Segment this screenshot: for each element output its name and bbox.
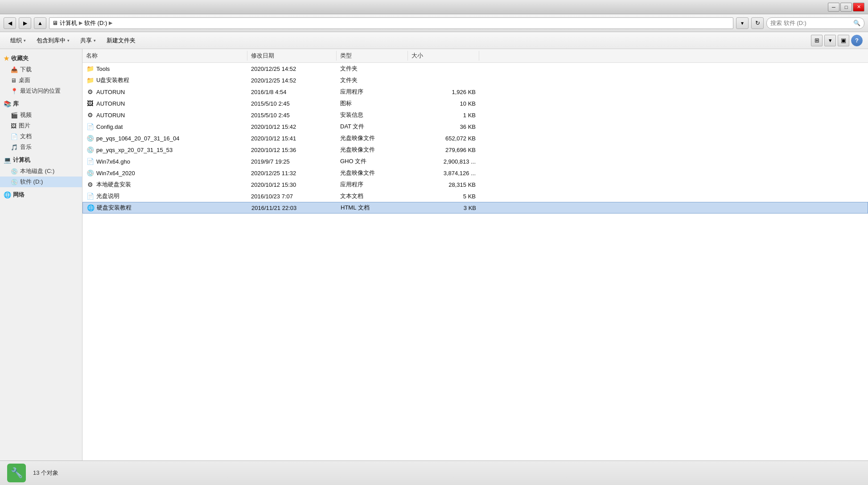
file-type-cell: 图标 — [337, 99, 408, 108]
file-size-cell: 10 KB — [408, 99, 479, 108]
desktop-icon: 🖥 — [11, 77, 16, 84]
file-name: Tools — [96, 66, 110, 72]
search-input[interactable] — [770, 20, 852, 26]
file-date: 2020/10/12 15:36 — [251, 147, 296, 153]
col-header-date[interactable]: 修改日期 — [247, 51, 337, 61]
sidebar-header-favorites: ★ 收藏夹 — [0, 53, 82, 64]
file-type-icon: 📄 — [86, 192, 94, 200]
table-row[interactable]: 🌐 硬盘安装教程 2016/11/21 22:03 HTML 文档 3 KB — [82, 202, 868, 214]
breadcrumb-icon-computer: 🖥 — [52, 20, 58, 26]
breadcrumb-computer[interactable]: 计算机 — [60, 19, 77, 27]
star-icon: ★ — [4, 55, 9, 62]
file-size-cell: 2,900,813 ... — [408, 157, 479, 166]
file-date: 2020/10/12 15:42 — [251, 123, 296, 130]
file-type: GHO 文件 — [340, 157, 366, 165]
sidebar-item-recent[interactable]: 📍 最近访问的位置 — [0, 86, 82, 96]
file-rows-container: 📁 Tools 2020/12/25 14:52 文件夹 📁 U盘安装教程 20… — [82, 63, 868, 214]
view-toggle-button[interactable]: ⊞ — [811, 35, 823, 46]
sidebar-item-video[interactable]: 🎬 视频 — [0, 110, 82, 120]
sidebar-item-music[interactable]: 🎵 音乐 — [0, 142, 82, 152]
up-button[interactable]: ▲ — [34, 17, 46, 29]
library-chevron: ▾ — [67, 38, 70, 43]
preview-button[interactable]: ▣ — [838, 35, 849, 46]
view-dropdown-button[interactable]: ▾ — [824, 35, 836, 46]
status-text: 13 个对象 — [33, 469, 58, 477]
file-name-cell: 📄 光盘说明 — [82, 191, 247, 201]
file-size: 1 KB — [463, 112, 476, 119]
share-button[interactable]: 共享 ▾ — [75, 34, 101, 47]
file-type-cell: 文件夹 — [337, 64, 408, 74]
file-type-cell: 文件夹 — [337, 75, 408, 85]
file-type-icon: 💿 — [86, 169, 94, 177]
recent-label: 最近访问的位置 — [20, 87, 61, 95]
table-row[interactable]: 📁 Tools 2020/12/25 14:52 文件夹 — [82, 63, 868, 74]
table-row[interactable]: ⚙ AUTORUN 2016/1/8 4:54 应用程序 1,926 KB — [82, 86, 868, 98]
downloads-label: 下载 — [20, 66, 32, 74]
sidebar-item-downloads[interactable]: 📥 下载 — [0, 64, 82, 75]
view-controls: ⊞ ▾ ▣ — [811, 35, 849, 46]
table-row[interactable]: ⚙ 本地硬盘安装 2020/10/12 15:30 应用程序 28,315 KB — [82, 179, 868, 190]
file-size: 652,072 KB — [445, 135, 476, 142]
col-header-name[interactable]: 名称 — [82, 51, 247, 61]
minimize-button[interactable]: ─ — [828, 3, 839, 12]
table-row[interactable]: 💿 pe_yqs_xp_20_07_31_15_53 2020/10/12 15… — [82, 144, 868, 156]
file-size: 279,696 KB — [445, 147, 476, 153]
file-type-icon: 🖼 — [86, 99, 94, 107]
new-folder-button[interactable]: 新建文件夹 — [102, 34, 140, 47]
file-name-cell: 💿 Win7x64_2020 — [82, 168, 247, 178]
sidebar-item-drive-c[interactable]: 💿 本地磁盘 (C:) — [0, 166, 82, 177]
table-row[interactable]: 💿 Win7x64_2020 2020/12/25 11:32 光盘映像文件 3… — [82, 167, 868, 179]
file-type-icon: 💿 — [86, 134, 94, 142]
back-button[interactable]: ◀ — [4, 17, 16, 29]
file-size: 3 KB — [464, 205, 476, 211]
file-name: Win7x64_2020 — [96, 170, 135, 177]
table-row[interactable]: ⚙ AUTORUN 2015/5/10 2:45 安装信息 1 KB — [82, 109, 868, 121]
sidebar-item-desktop[interactable]: 🖥 桌面 — [0, 75, 82, 86]
recent-icon: 📍 — [11, 88, 18, 95]
drive-d-icon: 💿 — [11, 179, 18, 185]
status-icon: 🔧 — [7, 464, 26, 482]
file-name: U盘安装教程 — [96, 76, 129, 84]
table-row[interactable]: 📄 光盘说明 2016/10/23 7:07 文本文档 5 KB — [82, 190, 868, 202]
file-size-cell: 3,874,126 ... — [408, 169, 479, 177]
table-row[interactable]: 📁 U盘安装教程 2020/12/25 14:52 文件夹 — [82, 74, 868, 86]
file-name-cell: ⚙ AUTORUN — [82, 87, 247, 97]
window-controls: ─ □ ✕ — [828, 3, 864, 12]
status-bar: 🔧 13 个对象 — [0, 460, 868, 485]
dropdown-button[interactable]: ▾ — [736, 17, 749, 29]
file-type-cell: 光盘映像文件 — [337, 145, 408, 155]
file-date: 2016/1/8 4:54 — [251, 89, 287, 95]
sidebar-section-library: 📚 库 🎬 视频 🖼 图片 📄 文档 🎵 音乐 — [0, 98, 82, 152]
file-type: 安装信息 — [340, 111, 363, 119]
file-date: 2019/9/7 19:25 — [251, 158, 290, 165]
address-bar: ◀ ▶ ▲ 🖥 计算机 ▶ 软件 (D:) ▶ ▾ ↻ 🔍 — [0, 14, 868, 32]
file-name: AUTORUN — [96, 100, 125, 107]
col-header-type[interactable]: 类型 — [337, 51, 408, 61]
refresh-button[interactable]: ↻ — [751, 17, 764, 29]
sidebar-item-docs[interactable]: 📄 文档 — [0, 131, 82, 142]
dropdown-icon: ▾ — [741, 20, 744, 26]
file-type: 文件夹 — [340, 76, 358, 84]
table-row[interactable]: 📄 Config.dat 2020/10/12 15:42 DAT 文件 36 … — [82, 121, 868, 132]
sidebar-favorites-label: 收藏夹 — [11, 54, 29, 62]
close-button[interactable]: ✕ — [853, 3, 864, 12]
breadcrumb-drive[interactable]: 软件 (D:) — [84, 19, 107, 27]
sidebar-section-computer: 💻 计算机 💿 本地磁盘 (C:) 💿 软件 (D:) — [0, 154, 82, 187]
help-button[interactable]: ? — [851, 35, 863, 46]
maximize-button[interactable]: □ — [840, 3, 852, 12]
table-row[interactable]: 📄 Win7x64.gho 2019/9/7 19:25 GHO 文件 2,90… — [82, 156, 868, 167]
library-button[interactable]: 包含到库中 ▾ — [32, 34, 74, 47]
file-name-cell: 📁 U盘安装教程 — [82, 75, 247, 85]
table-row[interactable]: 💿 pe_yqs_1064_20_07_31_16_04 2020/10/12 … — [82, 132, 868, 144]
organize-button[interactable]: 组织 ▾ — [5, 34, 31, 47]
drive-c-label: 本地磁盘 (C:) — [20, 167, 54, 175]
table-row[interactable]: 🖼 AUTORUN 2015/5/10 2:45 图标 10 KB — [82, 98, 868, 109]
col-header-size[interactable]: 大小 — [408, 51, 479, 61]
file-type: DAT 文件 — [340, 123, 364, 131]
sidebar-item-pictures[interactable]: 🖼 图片 — [0, 120, 82, 131]
sidebar-item-drive-d[interactable]: 💿 软件 (D:) — [0, 177, 82, 187]
forward-button[interactable]: ▶ — [19, 17, 31, 29]
search-bar: 🔍 — [766, 17, 864, 29]
file-size: 5 KB — [463, 193, 476, 200]
file-type-icon: 💿 — [86, 146, 94, 154]
